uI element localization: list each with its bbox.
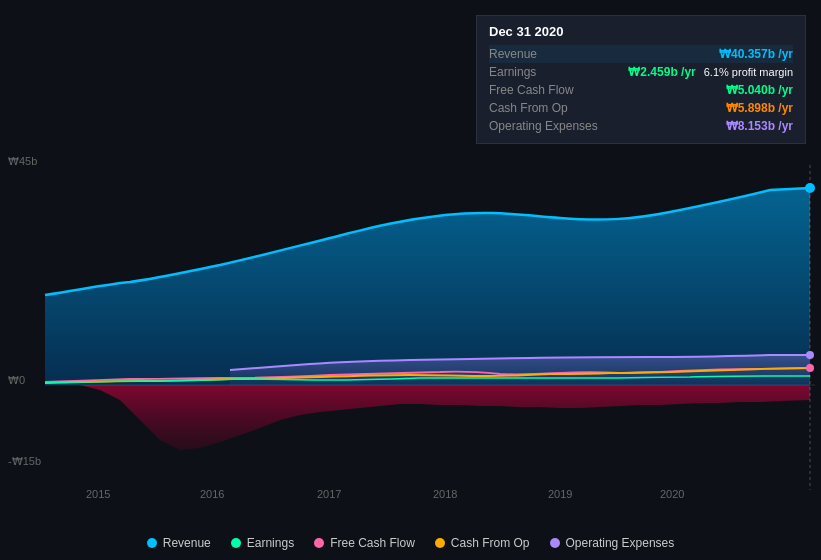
- tooltip-title: Dec 31 2020: [489, 24, 793, 39]
- x-label-2020: 2020: [660, 488, 684, 500]
- opex-dot: [806, 351, 814, 359]
- legend-label-revenue: Revenue: [163, 536, 211, 550]
- tooltip-value-earnings: ₩2.459b /yr: [628, 65, 695, 79]
- y-label-0: ₩0: [8, 374, 25, 387]
- legend-item-revenue[interactable]: Revenue: [147, 536, 211, 550]
- tooltip-row-earnings: Earnings ₩2.459b /yr 6.1% profit margin: [489, 63, 793, 81]
- tooltip-label-earnings: Earnings: [489, 65, 536, 79]
- tooltip-value-revenue: ₩40.357b /yr: [719, 47, 793, 61]
- x-label-2017: 2017: [317, 488, 341, 500]
- y-label-neg15b: -₩15b: [8, 455, 41, 468]
- legend-label-fcf: Free Cash Flow: [330, 536, 415, 550]
- x-label-2016: 2016: [200, 488, 224, 500]
- y-label-45b: ₩45b: [8, 155, 37, 168]
- data-tooltip: Dec 31 2020 Revenue ₩40.357b /yr Earning…: [476, 15, 806, 144]
- fcf-dot: [806, 364, 814, 372]
- tooltip-label-cashfromop: Cash From Op: [489, 101, 568, 115]
- legend-item-earnings[interactable]: Earnings: [231, 536, 294, 550]
- legend-item-cashfromop[interactable]: Cash From Op: [435, 536, 530, 550]
- legend-dot-opex: [550, 538, 560, 548]
- x-label-2019: 2019: [548, 488, 572, 500]
- legend-dot-fcf: [314, 538, 324, 548]
- chart-container: ₩45b ₩0 -₩15b 2015 2016 2017 2018 2019 2…: [0, 0, 821, 560]
- tooltip-row-revenue: Revenue ₩40.357b /yr: [489, 45, 793, 63]
- chart-legend: Revenue Earnings Free Cash Flow Cash Fro…: [0, 536, 821, 550]
- x-label-2015: 2015: [86, 488, 110, 500]
- legend-dot-earnings: [231, 538, 241, 548]
- legend-label-cashfromop: Cash From Op: [451, 536, 530, 550]
- tooltip-label-opex: Operating Expenses: [489, 119, 598, 133]
- revenue-dot: [805, 183, 815, 193]
- tooltip-row-fcf: Free Cash Flow ₩5.040b /yr: [489, 81, 793, 99]
- losses-fill: [45, 385, 810, 450]
- tooltip-value-cashfromop: ₩5.898b /yr: [726, 101, 793, 115]
- tooltip-row-cashfromop: Cash From Op ₩5.898b /yr: [489, 99, 793, 117]
- tooltip-row-opex: Operating Expenses ₩8.153b /yr: [489, 117, 793, 135]
- legend-dot-revenue: [147, 538, 157, 548]
- tooltip-label-fcf: Free Cash Flow: [489, 83, 574, 97]
- legend-label-earnings: Earnings: [247, 536, 294, 550]
- tooltip-label-revenue: Revenue: [489, 47, 537, 61]
- legend-item-fcf[interactable]: Free Cash Flow: [314, 536, 415, 550]
- tooltip-value-fcf: ₩5.040b /yr: [726, 83, 793, 97]
- x-label-2018: 2018: [433, 488, 457, 500]
- legend-label-opex: Operating Expenses: [566, 536, 675, 550]
- legend-dot-cashfromop: [435, 538, 445, 548]
- legend-item-opex[interactable]: Operating Expenses: [550, 536, 675, 550]
- profit-margin-text: 6.1% profit margin: [704, 66, 793, 78]
- tooltip-value-opex: ₩8.153b /yr: [726, 119, 793, 133]
